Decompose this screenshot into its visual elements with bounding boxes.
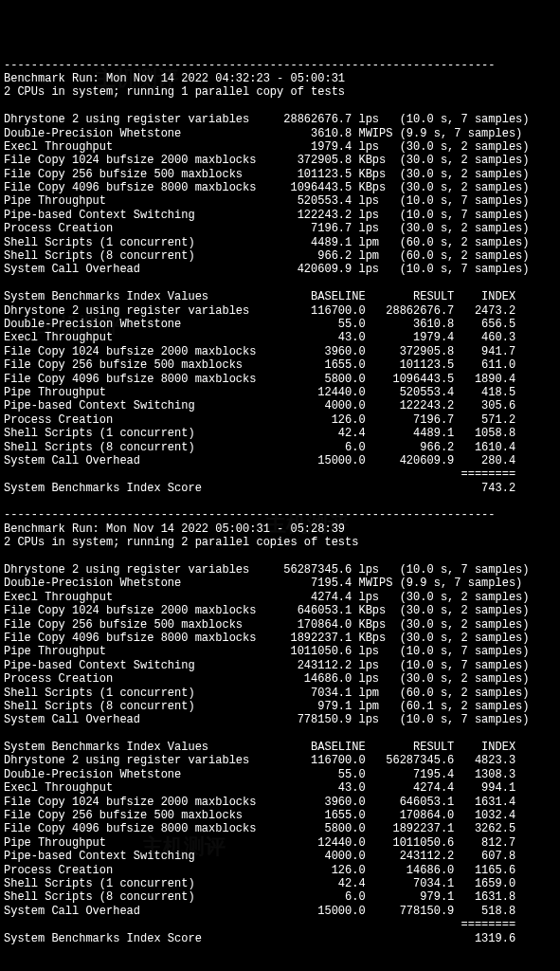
- terminal-output: ----------------------------------------…: [4, 59, 556, 971]
